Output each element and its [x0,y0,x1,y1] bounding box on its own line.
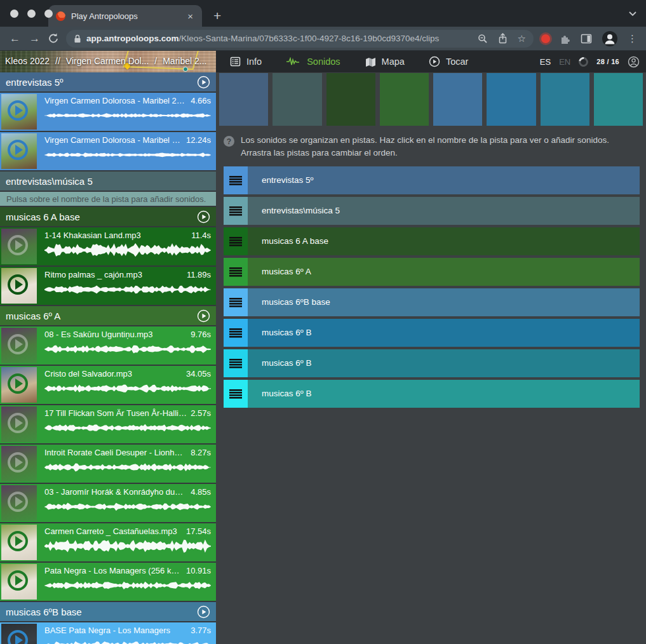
track-row-body[interactable]: musicas 6º B [248,349,640,377]
sound-clip[interactable]: Carmen Carreto _ Castañuelas.mp317.54s [0,523,216,561]
clip-play-icon[interactable] [8,531,28,551]
map-banner[interactable]: Kleos 2022 // Virgen Carmen Dol... / Mar… [0,51,216,72]
clip-waveform[interactable] [44,148,211,162]
url-bar[interactable]: app.antropoloops.com/Kleos-Santa-Marina/… [66,30,534,48]
profile-avatar-icon[interactable] [602,30,618,47]
track-header[interactable]: musicas 6 A base [0,207,216,226]
clip-waveform[interactable] [44,539,211,553]
clip-play-icon[interactable] [8,452,28,473]
url-text[interactable]: app.antropoloops.com/Kleos-Santa-Marina/… [86,34,473,43]
track-row[interactable]: musicas 6º B [224,349,640,377]
drag-handle[interactable] [224,197,248,225]
clip-play-icon[interactable] [8,570,28,591]
track-row-body[interactable]: musicas 6º B [248,380,640,408]
traffic-light-minimize[interactable] [27,10,36,18]
tab-close-icon[interactable]: × [186,11,194,21]
drag-handle[interactable] [224,166,248,194]
clip-play-icon[interactable] [8,630,28,644]
track-header[interactable]: entrevistas\música 5 [0,171,216,191]
reload-button[interactable] [44,32,62,45]
clip-play-icon[interactable] [8,334,28,354]
zoom-page-icon[interactable] [478,34,488,44]
track-row-body[interactable]: musicas 6 A base [248,227,640,255]
track-row-body[interactable]: entrevistas\música 5 [248,197,640,225]
breadcrumb-project[interactable]: Kleos 2022 [5,56,50,66]
clip-waveform[interactable] [44,342,211,356]
sound-clip[interactable]: BASE Pata Negra - Los Managers3.77s [0,622,216,644]
nav-tab-mapa[interactable]: Mapa [365,57,405,67]
track-row-body[interactable]: musicas 6ºB base [248,288,640,316]
track-tile[interactable] [487,73,535,126]
lang-en-button[interactable]: EN [559,57,570,67]
clip-waveform[interactable] [44,109,211,123]
clip-waveform[interactable] [44,243,211,257]
sound-clip[interactable]: 03 - Jaromír Horák & Konrádyho dudácká .… [0,484,216,522]
breadcrumb-group[interactable]: Virgen Carmen Dol... [66,56,149,66]
bookmark-star-icon[interactable]: ☆ [518,33,526,44]
extensions-puzzle-icon[interactable] [560,33,571,44]
track-row-body[interactable]: entrevistas 5º [248,166,640,194]
clip-waveform[interactable] [44,421,211,435]
clip-waveform[interactable] [44,382,211,396]
track-row[interactable]: entrevistas 5º [224,166,640,194]
nav-tab-sonidos[interactable]: Sonidos [286,57,340,67]
drag-handle[interactable] [224,319,248,347]
track-row[interactable]: musicas 6º A [224,258,640,286]
clip-waveform[interactable] [44,460,211,474]
track-tile[interactable] [433,73,482,126]
clip-waveform[interactable] [44,283,211,297]
track-row[interactable]: musicas 6º B [224,319,640,347]
play-track-icon[interactable] [197,210,210,224]
nav-tab-info[interactable]: Info [230,57,262,67]
account-icon[interactable] [628,56,640,68]
record-indicator-icon[interactable] [541,34,550,43]
breadcrumb-item[interactable]: Maribel 2... [163,56,206,66]
sound-clip[interactable]: Virgen Carmen Dolorosa - Maribel 2.mp312… [0,132,216,170]
track-tile[interactable] [219,73,268,126]
side-panel-icon[interactable] [581,34,592,44]
traffic-light-close[interactable] [10,10,18,18]
play-track-icon[interactable] [197,605,210,619]
play-track-icon[interactable] [197,76,210,89]
play-track-icon[interactable] [197,309,210,323]
clip-play-icon[interactable] [8,373,28,394]
track-tile[interactable] [326,73,375,126]
tab-search-chevron-icon[interactable] [628,10,637,17]
lang-es-button[interactable]: ES [540,57,551,67]
nav-tab-tocar[interactable]: Tocar [429,56,468,67]
drag-handle[interactable] [224,380,248,408]
track-tile[interactable] [273,73,321,126]
sound-clip[interactable]: Cristo del Salvador.mp334.05s [0,366,216,404]
sound-clip[interactable]: Ritmo palmas _ cajón.mp311.89s [0,267,216,305]
track-row-body[interactable]: musicas 6º A [248,258,640,286]
track-row-body[interactable]: musicas 6º B [248,319,640,347]
drag-handle[interactable] [224,227,248,255]
track-row[interactable]: musicas 6º B [224,380,640,408]
drag-handle[interactable] [224,258,248,286]
browser-tab[interactable]: Play Antropoloops × [48,5,202,27]
drag-handle[interactable] [224,349,248,377]
sound-clip[interactable]: Introit Rorate Caeli Desuper - Lionheart… [0,445,216,483]
track-row[interactable]: musicas 6 A base [224,227,640,255]
clip-waveform[interactable] [44,500,211,514]
clip-play-icon[interactable] [8,100,28,121]
track-tile[interactable] [594,73,643,126]
back-button[interactable]: ← [5,32,25,45]
sound-clip[interactable]: 1-14 Khakasian Land.mp311.4s [0,227,216,265]
track-header[interactable]: musicas 6º A [0,306,216,325]
clip-waveform[interactable] [44,638,211,644]
clip-play-icon[interactable] [8,140,28,160]
clip-play-icon[interactable] [8,274,28,295]
sound-clip[interactable]: 17 Till Flickan Som Är Tusen År-Halling … [0,405,216,443]
sound-clip[interactable]: Virgen Carmen Dolorosa - Maribel 2.mp34.… [0,93,216,131]
sound-clip[interactable]: Pata Negra - Los Managers (256 kbps).mp3… [0,563,216,601]
clip-waveform[interactable] [44,579,211,593]
track-row[interactable]: musicas 6ºB base [224,288,640,316]
clip-play-icon[interactable] [8,235,28,255]
traffic-light-zoom[interactable] [44,10,53,18]
track-row[interactable]: entrevistas\música 5 [224,197,640,225]
share-icon[interactable] [498,33,508,44]
track-tile[interactable] [380,73,429,126]
browser-menu-icon[interactable]: ⋮ [628,33,637,44]
track-tile[interactable] [541,73,589,126]
